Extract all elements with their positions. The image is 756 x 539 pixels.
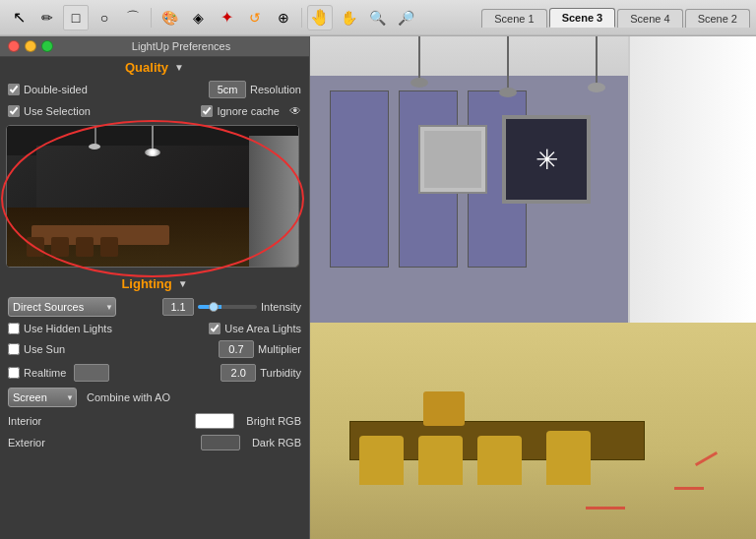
floor-mark-1	[586, 507, 625, 509]
exterior-color-swatch[interactable]	[201, 435, 240, 450]
realtime-input[interactable]	[74, 364, 109, 382]
resolution-label: Resolution	[250, 84, 301, 95]
intensity-label: Intensity	[261, 301, 301, 313]
quality-section-header[interactable]: Quality ▼	[0, 57, 309, 78]
exterior-label: Exterior	[8, 437, 45, 449]
scene-tab-1[interactable]: Scene 1	[481, 9, 546, 28]
floor-mark-2	[674, 487, 704, 490]
interior-label: Interior	[8, 415, 41, 427]
scene-tab-3[interactable]: Scene 3	[549, 8, 616, 28]
chair-back-1	[423, 391, 465, 426]
lighting-section-header[interactable]: Lighting ▼	[0, 273, 309, 294]
chair-1	[359, 436, 404, 485]
lighting-arrow-icon: ▼	[178, 278, 188, 289]
eye-icon[interactable]: 👁	[289, 104, 301, 118]
pendant-3	[596, 36, 598, 86]
use-sun-checkbox[interactable]: Use Sun	[8, 343, 65, 355]
scene-tabs: Scene 1 Scene 3 Scene 4 Scene 2	[481, 8, 750, 28]
3d-viewport[interactable]: ✳	[310, 36, 756, 539]
interior-row: Interior Bright RGB	[0, 410, 309, 432]
realtime-checkbox[interactable]: Realtime	[8, 367, 66, 379]
pendant-2	[507, 36, 509, 90]
chair-2	[418, 436, 463, 485]
panel-min-btn[interactable]	[25, 40, 36, 52]
wall-artwork: ✳	[502, 115, 591, 204]
toolbar: ↖ ✏ □ ○ ⌒ 🎨 ◈ ✦ ↺ ⊕ 🤚 ✋ 🔍 🔎 Scene 1 Scen…	[0, 0, 756, 35]
tool-orbit[interactable]: 🤚	[307, 5, 333, 30]
exterior-color-label: Dark RGB	[252, 437, 301, 449]
tool-rect[interactable]: □	[63, 5, 89, 30]
panel-close-btn[interactable]	[8, 40, 20, 52]
turbidity-input[interactable]	[220, 364, 256, 382]
use-selection-checkbox[interactable]: Use Selection	[8, 105, 91, 117]
use-hidden-lights-checkbox[interactable]: Use Hidden Lights	[8, 323, 112, 334]
pendant-1	[418, 36, 420, 81]
tool-rotate[interactable]: ↺	[242, 5, 268, 30]
preview-image[interactable]	[6, 125, 299, 268]
source-dropdown-wrapper[interactable]: Direct Sources All Sources No Sources ▼	[8, 297, 116, 317]
tool-paint[interactable]: 🎨	[157, 5, 182, 30]
quality-arrow-icon: ▼	[174, 62, 184, 73]
use-area-lights-checkbox[interactable]: Use Area Lights	[209, 323, 301, 334]
tool-move[interactable]: ✦	[214, 5, 239, 30]
screen-dropdown[interactable]: Screen Multiply Add	[8, 388, 77, 407]
turbidity-label: Turbidity	[260, 367, 301, 379]
preview-area	[6, 125, 303, 268]
tool-zoom-ext[interactable]: 🔎	[393, 5, 418, 30]
tool-zoom[interactable]: 🔍	[364, 5, 390, 30]
tool-pan[interactable]: ✋	[336, 5, 361, 30]
lightup-panel: LightUp Preferences Quality ▼ Double-sid…	[0, 36, 310, 539]
intensity-slider[interactable]	[198, 305, 257, 309]
source-dropdown[interactable]: Direct Sources All Sources No Sources	[8, 297, 116, 317]
tool-circle[interactable]: ○	[92, 5, 117, 30]
resolution-input[interactable]	[209, 81, 246, 98]
tool-arrow[interactable]: ↖	[6, 5, 32, 30]
intensity-slider-container: Intensity	[198, 301, 301, 313]
tool-pencil[interactable]: ✏	[34, 5, 60, 30]
interior-color-label: Bright RGB	[246, 415, 301, 427]
tool-arc[interactable]: ⌒	[120, 5, 146, 30]
panel-max-btn[interactable]	[41, 40, 53, 52]
multiplier-label: Multiplier	[258, 343, 301, 355]
multiplier-input[interactable]	[219, 340, 254, 358]
combine-ao-label: Combine with AO	[87, 391, 170, 403]
double-sided-checkbox[interactable]: Double-sided	[8, 84, 88, 95]
panel-title: LightUp Preferences	[61, 40, 301, 52]
scene-tab-4[interactable]: Scene 4	[617, 9, 682, 28]
chair-4	[546, 431, 591, 485]
screen-dropdown-wrapper[interactable]: Screen Multiply Add ▼	[8, 388, 77, 407]
scene-tab-2[interactable]: Scene 2	[685, 9, 750, 28]
intensity-input[interactable]	[162, 298, 194, 316]
ignore-cache-checkbox[interactable]: Ignore cache	[201, 105, 280, 117]
tool-push[interactable]: ◈	[185, 5, 211, 30]
interior-color-swatch[interactable]	[195, 413, 234, 429]
tool-scale[interactable]: ⊕	[271, 5, 296, 30]
appliance-left	[418, 125, 487, 194]
exterior-row: Exterior Dark RGB	[0, 432, 309, 453]
chair-3	[477, 436, 522, 485]
